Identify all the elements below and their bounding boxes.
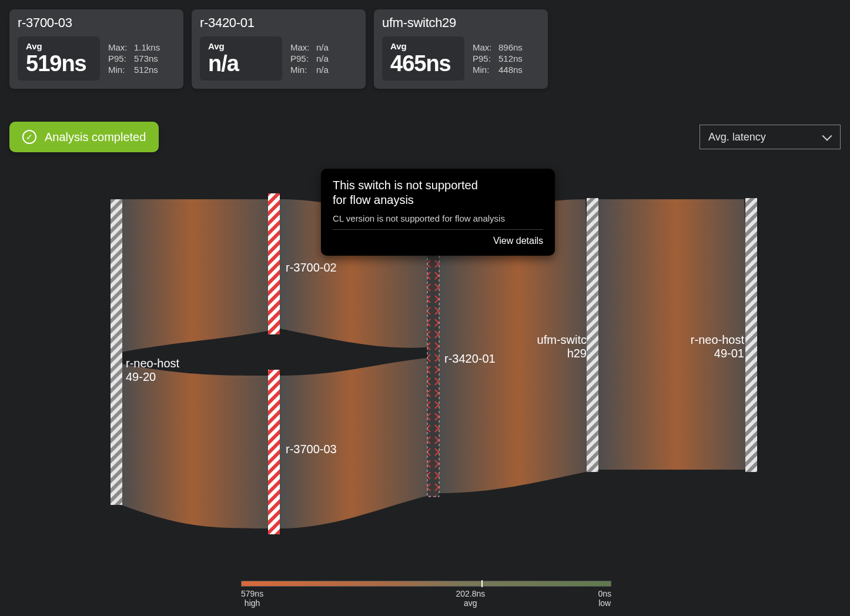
avg-box: Avg 465ns <box>382 36 464 81</box>
status-pill: Analysis completed <box>9 122 159 152</box>
p95-label: P95: <box>108 53 132 63</box>
tooltip-subtitle: CL version is not supported for flow ana… <box>333 213 543 230</box>
legend-low: 0nslow <box>598 589 611 608</box>
node-label-r-3700-03: r-3700-03 <box>286 443 337 456</box>
metric-dropdown[interactable]: Avg. latency <box>700 125 841 149</box>
max-value: n/a <box>316 42 329 52</box>
view-details-link[interactable]: View details <box>333 236 543 246</box>
p95-label: P95: <box>473 53 496 63</box>
max-value: 896ns <box>498 42 523 52</box>
legend: 579nshigh 202.8nsavg 0nslow <box>241 581 611 608</box>
min-value: n/a <box>316 65 329 75</box>
node-host-left[interactable] <box>111 199 122 505</box>
node-switch-r-3700-02[interactable] <box>268 193 280 334</box>
check-circle-icon <box>22 130 36 144</box>
flow-link <box>121 199 280 352</box>
legend-avg: 202.8nsavg <box>456 589 485 608</box>
node-label-r-3420-01: r-3420-01 <box>444 352 496 366</box>
node-switch-r-3700-03[interactable] <box>268 370 280 534</box>
node-switch-r-3420-01[interactable] <box>427 220 439 497</box>
flow-diagram: r-neo-host49-20 r-3700-02 r-3700-03 r-34… <box>9 176 841 552</box>
avg-label: Avg <box>208 41 274 51</box>
tooltip-unsupported: This switch is not supported for flow an… <box>321 169 555 256</box>
card-title: r-3700-03 <box>18 15 175 31</box>
avg-value: 519ns <box>26 52 92 75</box>
max-label: Max: <box>290 42 314 52</box>
dropdown-selected: Avg. latency <box>708 131 766 143</box>
avg-value: 465ns <box>390 52 456 75</box>
chevron-down-icon <box>824 134 833 140</box>
node-switch-ufm-switch29[interactable] <box>587 198 598 472</box>
legend-high: 579nshigh <box>241 589 263 608</box>
stats: Max:896ns P95:512ns Min:448ns <box>473 36 523 81</box>
avg-value: n/a <box>208 52 274 75</box>
max-label: Max: <box>108 42 132 52</box>
card-ufm-switch29[interactable]: ufm-switch29 Avg 465ns Max:896ns P95:512… <box>374 9 548 89</box>
p95-value: n/a <box>316 53 329 63</box>
summary-cards: r-3700-03 Avg 519ns Max:1.1kns P95:573ns… <box>9 9 841 89</box>
max-value: 1.1kns <box>134 42 160 52</box>
flow-link <box>121 364 280 528</box>
node-host-right[interactable] <box>745 198 757 472</box>
tooltip-title: This switch is not supported for flow an… <box>333 178 543 207</box>
legend-avg-mark <box>481 580 483 587</box>
status-text: Analysis completed <box>45 130 146 144</box>
avg-label: Avg <box>26 41 92 51</box>
stats: Max:n/a P95:n/a Min:n/a <box>290 36 329 81</box>
node-label-r-3700-02: r-3700-02 <box>286 261 337 274</box>
min-label: Min: <box>290 65 314 75</box>
p95-value: 512ns <box>498 53 523 63</box>
min-label: Min: <box>108 65 132 75</box>
card-r-3420-01[interactable]: r-3420-01 Avg n/a Max:n/a P95:n/a Min:n/… <box>192 9 366 89</box>
avg-box: Avg n/a <box>200 36 282 81</box>
min-label: Min: <box>473 65 496 75</box>
p95-label: P95: <box>290 53 314 63</box>
node-label-host-left: r-neo-host49-20 <box>126 357 179 384</box>
max-label: Max: <box>473 42 496 52</box>
min-value: 448ns <box>498 65 523 75</box>
node-label-host-right: r-neo-host49-01 <box>674 333 744 360</box>
card-title: r-3420-01 <box>200 15 357 31</box>
avg-box: Avg 519ns <box>18 36 100 81</box>
min-value: 512ns <box>134 65 158 75</box>
card-r-3700-03[interactable]: r-3700-03 Avg 519ns Max:1.1kns P95:573ns… <box>9 9 183 89</box>
card-title: ufm-switch29 <box>382 15 540 31</box>
node-label-ufm-switch29: ufm-switch29 <box>516 333 587 360</box>
legend-gradient <box>241 581 611 587</box>
p95-value: 573ns <box>134 53 158 63</box>
avg-label: Avg <box>390 41 456 51</box>
stats: Max:1.1kns P95:573ns Min:512ns <box>108 36 160 81</box>
